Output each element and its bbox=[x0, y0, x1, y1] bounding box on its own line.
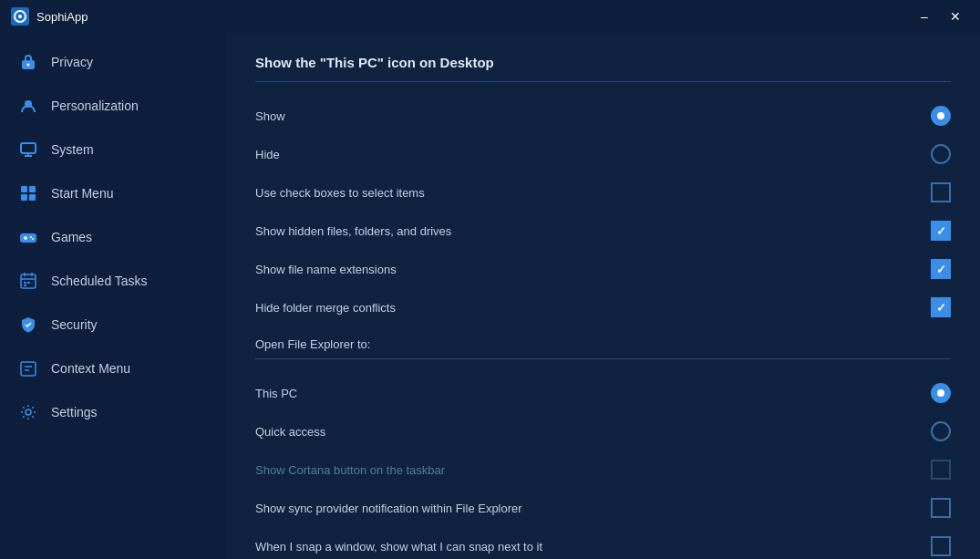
quick-access-label: Quick access bbox=[255, 425, 931, 439]
svg-rect-10 bbox=[29, 194, 36, 201]
radio-quick-access[interactable] bbox=[931, 421, 951, 441]
sidebar-label-privacy: Privacy bbox=[51, 55, 93, 69]
setting-row-folder-merge: Hide folder merge conflicts bbox=[255, 288, 951, 326]
minimize-button[interactable]: – bbox=[911, 5, 938, 27]
app-title: SophiApp bbox=[36, 10, 88, 24]
scheduled-tasks-icon bbox=[18, 271, 38, 291]
svg-rect-6 bbox=[21, 143, 36, 153]
svg-rect-17 bbox=[24, 285, 26, 286]
system-icon bbox=[18, 140, 38, 160]
sidebar-label-system: System bbox=[51, 142, 94, 157]
section-title: Show the "This PC" icon on Desktop bbox=[255, 55, 951, 70]
svg-point-13 bbox=[32, 238, 34, 240]
main-layout: Privacy Personalization System bbox=[0, 33, 980, 559]
radio-hide[interactable] bbox=[931, 144, 951, 164]
checkbox-file-extensions[interactable] bbox=[931, 259, 951, 279]
sidebar-item-games[interactable]: Games bbox=[0, 215, 226, 259]
svg-rect-16 bbox=[27, 282, 30, 284]
context-menu-icon bbox=[18, 358, 38, 378]
sidebar-label-start-menu: Start Menu bbox=[51, 186, 113, 201]
radio-show[interactable] bbox=[931, 106, 951, 126]
setting-row-checkboxes: Use check boxes to select items bbox=[255, 173, 951, 212]
explorer-divider bbox=[255, 358, 951, 359]
cortana-label: Show Cortana button on the taskbar bbox=[255, 463, 931, 477]
checkbox-hidden-files[interactable] bbox=[931, 221, 951, 241]
explorer-section-title: Open File Explorer to: bbox=[255, 326, 951, 358]
title-bar-controls: – ✕ bbox=[911, 5, 969, 27]
settings-icon bbox=[18, 402, 38, 422]
sidebar-item-context-menu[interactable]: Context Menu bbox=[0, 347, 226, 390]
setting-row-hidden-files: Show hidden files, folders, and drives bbox=[255, 212, 951, 250]
sidebar-item-system[interactable]: System bbox=[0, 128, 226, 171]
personalization-icon bbox=[18, 96, 38, 116]
svg-rect-18 bbox=[21, 362, 36, 376]
section-divider bbox=[255, 81, 951, 82]
checkbox-folder-merge[interactable] bbox=[931, 297, 951, 317]
svg-rect-11 bbox=[20, 233, 36, 243]
start-menu-icon bbox=[18, 183, 38, 203]
svg-point-4 bbox=[27, 64, 30, 67]
sidebar: Privacy Personalization System bbox=[0, 33, 226, 559]
svg-point-2 bbox=[18, 15, 22, 18]
setting-row-quick-access: Quick access bbox=[255, 412, 951, 450]
sidebar-label-context-menu: Context Menu bbox=[51, 361, 130, 376]
setting-row-this-pc: This PC bbox=[255, 374, 951, 412]
checkbox-check-boxes[interactable] bbox=[931, 182, 951, 202]
checkbox-cortana[interactable] bbox=[931, 460, 951, 480]
setting-row-file-extensions: Show file name extensions bbox=[255, 250, 951, 288]
sync-provider-label: Show sync provider notification within F… bbox=[255, 502, 931, 515]
file-extensions-label: Show file name extensions bbox=[255, 263, 931, 276]
sidebar-label-games: Games bbox=[51, 230, 92, 244]
setting-row-snap-window: When I snap a window, show what I can sn… bbox=[255, 527, 951, 559]
sidebar-item-security[interactable]: Security bbox=[0, 303, 226, 347]
sidebar-label-settings: Settings bbox=[51, 405, 98, 419]
checkbox-sync-provider[interactable] bbox=[931, 498, 951, 518]
svg-rect-7 bbox=[21, 186, 27, 192]
show-label: Show bbox=[255, 109, 931, 123]
security-icon bbox=[18, 315, 38, 335]
app-icon bbox=[11, 7, 29, 26]
svg-point-19 bbox=[26, 409, 31, 415]
sidebar-item-scheduled-tasks[interactable]: Scheduled Tasks bbox=[0, 259, 226, 303]
checkbox-snap-window[interactable] bbox=[931, 536, 951, 556]
sidebar-item-start-menu[interactable]: Start Menu bbox=[0, 171, 226, 215]
setting-row-cortana: Show Cortana button on the taskbar bbox=[255, 450, 951, 489]
sidebar-item-settings[interactable]: Settings bbox=[0, 390, 226, 434]
this-pc-label: This PC bbox=[255, 387, 931, 400]
svg-point-12 bbox=[30, 236, 32, 238]
svg-rect-8 bbox=[29, 186, 36, 192]
sidebar-label-security: Security bbox=[51, 317, 98, 332]
hidden-files-label: Show hidden files, folders, and drives bbox=[255, 224, 931, 238]
checkboxes-label: Use check boxes to select items bbox=[255, 186, 931, 200]
sidebar-item-privacy[interactable]: Privacy bbox=[0, 40, 226, 84]
sidebar-label-personalization: Personalization bbox=[51, 98, 139, 113]
sidebar-label-scheduled-tasks: Scheduled Tasks bbox=[51, 274, 148, 288]
games-icon bbox=[18, 227, 38, 247]
title-bar: SophiApp – ✕ bbox=[0, 0, 980, 33]
svg-rect-15 bbox=[24, 282, 26, 284]
svg-rect-9 bbox=[21, 194, 27, 201]
setting-row-show: Show bbox=[255, 97, 951, 135]
snap-window-label: When I snap a window, show what I can sn… bbox=[255, 540, 931, 554]
folder-merge-label: Hide folder merge conflicts bbox=[255, 301, 931, 315]
setting-row-sync-provider: Show sync provider notification within F… bbox=[255, 489, 951, 527]
hide-label: Hide bbox=[255, 148, 931, 161]
close-button[interactable]: ✕ bbox=[942, 5, 969, 27]
content-area: Show the "This PC" icon on Desktop Show … bbox=[226, 33, 980, 559]
radio-this-pc[interactable] bbox=[931, 383, 951, 403]
setting-row-hide: Hide bbox=[255, 135, 951, 173]
sidebar-item-personalization[interactable]: Personalization bbox=[0, 84, 226, 128]
svg-rect-14 bbox=[21, 274, 36, 288]
privacy-icon bbox=[18, 52, 38, 72]
